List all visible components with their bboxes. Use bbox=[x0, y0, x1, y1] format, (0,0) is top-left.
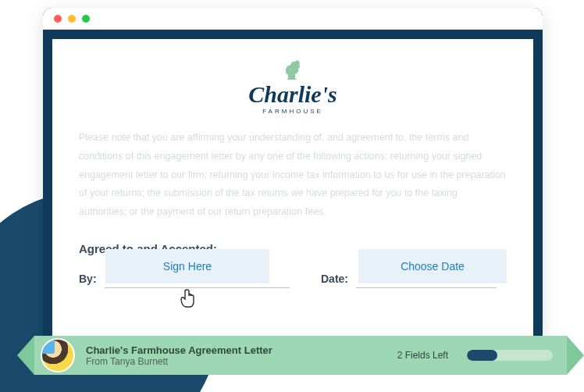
progress-fill bbox=[467, 350, 497, 361]
by-label: By: bbox=[79, 273, 97, 288]
status-title: Charlie's Farmhouse Agreement Letter bbox=[86, 344, 386, 356]
by-signature-line[interactable] bbox=[105, 287, 290, 288]
field-date: Choose Date Date: bbox=[321, 273, 497, 288]
progress-bar bbox=[467, 350, 553, 361]
status-text: Charlie's Farmhouse Agreement Letter Fro… bbox=[86, 344, 386, 367]
next-arrow-icon[interactable] bbox=[567, 336, 584, 375]
status-bar: Charlie's Farmhouse Agreement Letter Fro… bbox=[17, 336, 584, 375]
prev-arrow-icon[interactable] bbox=[17, 336, 34, 375]
logo-text: Charlie's bbox=[79, 83, 507, 106]
status-body: Charlie's Farmhouse Agreement Letter Fro… bbox=[34, 336, 567, 375]
date-label: Date: bbox=[321, 273, 348, 288]
status-from: From Tanya Burnett bbox=[86, 356, 386, 367]
rooster-icon bbox=[281, 58, 304, 81]
titlebar bbox=[43, 8, 543, 30]
minimize-icon[interactable] bbox=[68, 15, 76, 23]
fields-left-label: 2 Fields Left bbox=[397, 350, 448, 361]
choose-date-button[interactable]: Choose Date bbox=[358, 249, 507, 283]
agreement-body: Please note that you are affirming your … bbox=[79, 129, 507, 222]
signature-fields: Sign Here By: Choose Date Date: bbox=[79, 273, 507, 288]
logo-subtitle: FARMHOUSE bbox=[79, 108, 507, 115]
date-line[interactable] bbox=[356, 287, 497, 288]
browser-window: Charlie's FARMHOUSE Please note that you… bbox=[43, 8, 543, 344]
maximize-icon[interactable] bbox=[82, 15, 90, 23]
sign-here-button[interactable]: Sign Here bbox=[105, 249, 269, 283]
field-by: Sign Here By: bbox=[79, 273, 290, 288]
avatar bbox=[41, 338, 75, 372]
document-page: Charlie's FARMHOUSE Please note that you… bbox=[52, 39, 533, 344]
close-icon[interactable] bbox=[54, 15, 62, 23]
logo: Charlie's FARMHOUSE bbox=[79, 58, 507, 115]
